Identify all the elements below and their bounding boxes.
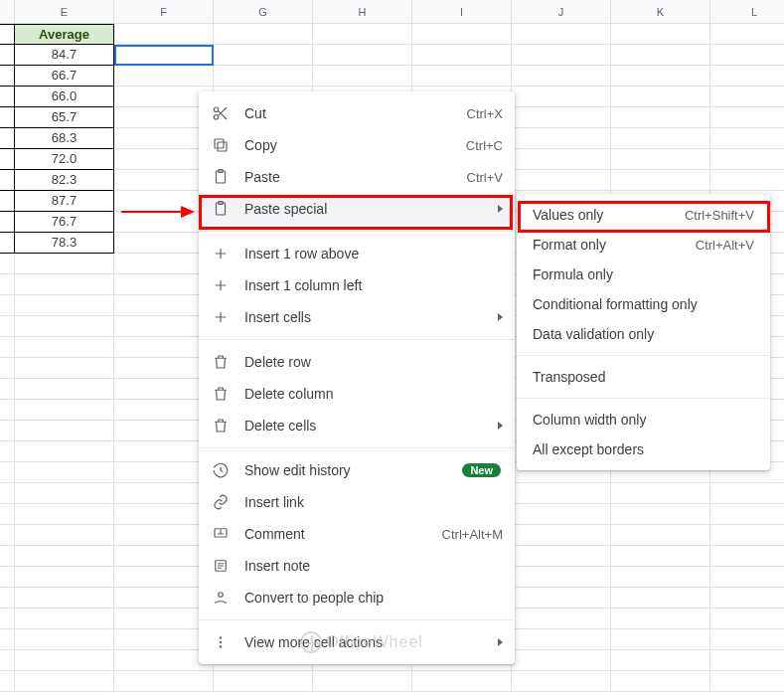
menu-item-insert-row[interactable]: Insert 1 row above	[199, 238, 515, 269]
cell[interactable]	[611, 608, 710, 629]
cell[interactable]	[313, 45, 412, 66]
column-header[interactable]: G	[214, 0, 313, 24]
cell[interactable]	[512, 608, 611, 629]
cell[interactable]	[15, 671, 114, 692]
submenu-item-all-except-borders[interactable]: All except borders	[517, 434, 770, 464]
cell[interactable]	[15, 483, 114, 504]
cell[interactable]	[710, 671, 784, 692]
menu-item-insert-column[interactable]: Insert 1 column left	[199, 269, 515, 301]
menu-item-people-chip[interactable]: Convert to people chip	[199, 582, 515, 613]
column-header[interactable]: K	[611, 0, 710, 24]
cell[interactable]	[512, 567, 611, 588]
table-data-cell[interactable]: 65.7	[15, 107, 114, 128]
cell[interactable]	[611, 650, 710, 671]
cell[interactable]	[15, 421, 114, 441]
cell[interactable]	[412, 671, 512, 692]
selected-cell[interactable]	[114, 45, 214, 66]
cell[interactable]	[15, 608, 114, 629]
cell[interactable]	[710, 149, 784, 170]
menu-item-paste[interactable]: Paste Ctrl+V	[199, 161, 515, 193]
cell[interactable]	[512, 671, 611, 692]
column-header[interactable]: E	[15, 0, 114, 24]
table-data-cell[interactable]: 66.0	[15, 87, 114, 107]
cell[interactable]	[710, 546, 784, 567]
cell[interactable]	[15, 337, 114, 358]
column-header[interactable]: L	[710, 0, 784, 24]
submenu-item-format-only[interactable]: Format only Ctrl+Alt+V	[517, 230, 770, 260]
submenu-item-data-validation[interactable]: Data validation only	[517, 319, 770, 349]
cell[interactable]	[710, 525, 784, 546]
cell[interactable]	[15, 316, 114, 337]
table-data-cell[interactable]: 87.7	[15, 191, 114, 212]
cell[interactable]	[512, 650, 611, 671]
table-data-cell[interactable]: 68.3	[15, 128, 114, 149]
cell[interactable]	[15, 462, 114, 483]
cell[interactable]	[313, 24, 412, 45]
cell[interactable]	[15, 525, 114, 546]
cell[interactable]	[512, 504, 611, 525]
cell[interactable]	[214, 66, 313, 87]
cell[interactable]	[15, 295, 114, 316]
cell[interactable]	[512, 149, 611, 170]
menu-item-cut[interactable]: Cut Ctrl+X	[199, 97, 515, 129]
table-data-cell[interactable]: 84.7	[15, 45, 114, 66]
menu-item-insert-note[interactable]: Insert note	[199, 550, 515, 582]
cell[interactable]	[313, 66, 412, 87]
cell[interactable]	[710, 107, 784, 128]
cell[interactable]	[611, 504, 710, 525]
cell[interactable]	[710, 629, 784, 650]
cell[interactable]	[15, 504, 114, 525]
table-data-cell[interactable]: 72.0	[15, 149, 114, 170]
cell[interactable]	[611, 66, 710, 87]
menu-item-paste-special[interactable]: Paste special	[199, 193, 515, 225]
cell[interactable]	[412, 24, 512, 45]
cell[interactable]	[15, 650, 114, 671]
column-header[interactable]: I	[412, 0, 512, 24]
cell[interactable]	[512, 87, 611, 107]
column-header[interactable]: H	[313, 0, 412, 24]
cell[interactable]	[512, 128, 611, 149]
cell[interactable]	[611, 149, 710, 170]
menu-item-insert-cells[interactable]: Insert cells	[199, 301, 515, 333]
cell[interactable]	[15, 588, 114, 608]
menu-item-more-actions[interactable]: View more cell actions	[199, 626, 515, 658]
cell[interactable]	[710, 66, 784, 87]
cell[interactable]	[313, 671, 412, 692]
menu-item-insert-link[interactable]: Insert link	[199, 486, 515, 518]
menu-item-edit-history[interactable]: Show edit history New	[199, 454, 515, 486]
cell[interactable]	[611, 567, 710, 588]
cell[interactable]	[512, 525, 611, 546]
cell[interactable]	[611, 128, 710, 149]
cell[interactable]	[412, 45, 512, 66]
cell[interactable]	[611, 546, 710, 567]
cell[interactable]	[15, 441, 114, 462]
cell[interactable]	[611, 671, 710, 692]
cell[interactable]	[710, 128, 784, 149]
cell[interactable]	[611, 525, 710, 546]
cell[interactable]	[611, 588, 710, 608]
cell[interactable]	[512, 24, 611, 45]
submenu-item-transposed[interactable]: Transposed	[517, 362, 770, 392]
table-data-cell[interactable]: 82.3	[15, 170, 114, 191]
cell[interactable]	[611, 483, 710, 504]
table-data-cell[interactable]: 78.3	[15, 233, 114, 254]
cell[interactable]	[611, 45, 710, 66]
cell[interactable]	[412, 66, 512, 87]
menu-item-copy[interactable]: Copy Ctrl+C	[199, 129, 515, 161]
cell[interactable]	[710, 24, 784, 45]
menu-item-delete-column[interactable]: Delete column	[199, 378, 515, 410]
cell[interactable]	[611, 170, 710, 191]
menu-item-delete-cells[interactable]: Delete cells	[199, 410, 515, 441]
cell[interactable]	[15, 358, 114, 379]
cell[interactable]	[214, 45, 313, 66]
cell[interactable]	[611, 87, 710, 107]
cell[interactable]	[710, 45, 784, 66]
cell[interactable]	[710, 608, 784, 629]
cell[interactable]	[611, 24, 710, 45]
cell[interactable]	[512, 107, 611, 128]
cell[interactable]	[512, 483, 611, 504]
table-data-cell[interactable]: 66.7	[15, 66, 114, 87]
cell[interactable]	[710, 170, 784, 191]
submenu-item-conditional-formatting[interactable]: Conditional formatting only	[517, 289, 770, 319]
cell[interactable]	[512, 629, 611, 650]
